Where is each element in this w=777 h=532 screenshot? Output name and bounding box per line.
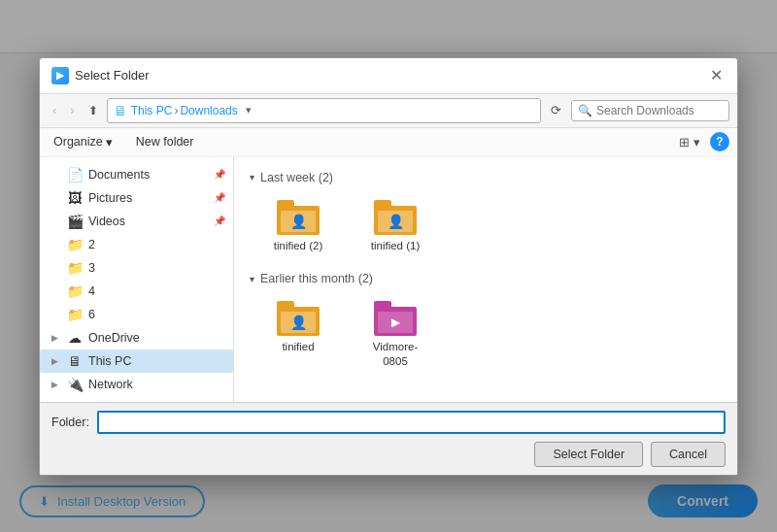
file-label-tinified-1: tinified (1) bbox=[371, 239, 421, 253]
folder-input-row: Folder: bbox=[51, 411, 726, 434]
file-item-vidmore[interactable]: ▶ Vidmore-0805 bbox=[356, 295, 434, 375]
folder-icon-vidmore: ▶ bbox=[374, 301, 417, 336]
up-button[interactable]: ⬆ bbox=[84, 101, 103, 120]
address-dropdown-button[interactable]: ▾ bbox=[242, 102, 255, 118]
folder-icon-small: 🖥 bbox=[114, 103, 127, 118]
organize-button[interactable]: Organize ▾ bbox=[48, 132, 118, 152]
folder-2-icon: 📁 bbox=[67, 237, 83, 252]
sidebar-label-6: 6 bbox=[88, 308, 95, 321]
section-arrow-last-week: ▾ bbox=[250, 172, 254, 183]
dialog-nav-toolbar: ‹ › ⬆ 🖥 This PC › Downloads ▾ ⟳ 🔍 bbox=[40, 94, 737, 128]
search-box[interactable]: 🔍 bbox=[571, 100, 729, 121]
file-grid-last-week: 👤 tinified (2) 👤 bbox=[250, 194, 722, 259]
section-last-week: ▾ Last week (2) bbox=[250, 171, 722, 184]
path-separator: › bbox=[174, 104, 178, 117]
file-label-vidmore: Vidmore-0805 bbox=[364, 340, 426, 369]
sidebar-item-folder-6[interactable]: 📁 6 bbox=[40, 303, 233, 326]
file-label-tinified-2: tinified (2) bbox=[274, 239, 323, 253]
sidebar-item-network[interactable]: ▶ 🔌 Network bbox=[40, 373, 233, 396]
file-item-tinified-plain[interactable]: 👤 tinified bbox=[259, 295, 337, 375]
organize-arrow-icon: ▾ bbox=[106, 135, 113, 150]
modal-overlay: ▶ Select Folder ✕ ‹ › ⬆ 🖥 This PC › Down… bbox=[0, 0, 777, 532]
forward-button[interactable]: › bbox=[65, 100, 79, 120]
dialog-app-icon: ▶ bbox=[51, 67, 69, 84]
dialog-close-button[interactable]: ✕ bbox=[706, 66, 726, 85]
pin-icon-pictures: 📌 bbox=[214, 192, 225, 203]
folder-icon-tinified-1: 👤 bbox=[374, 200, 417, 235]
sidebar-label-onedrive: OneDrive bbox=[88, 331, 140, 345]
folder-person-icon-3: 👤 bbox=[290, 315, 307, 330]
footer-buttons: Select Folder Cancel bbox=[51, 442, 726, 467]
sidebar-item-onedrive[interactable]: ▶ ☁ OneDrive bbox=[40, 326, 233, 349]
view-toggle-button[interactable]: ⊞ ▾ bbox=[675, 133, 704, 151]
sidebar-item-pictures[interactable]: 🖼 Pictures 📌 bbox=[40, 186, 233, 210]
dialog-title-bar: ▶ Select Folder ✕ bbox=[40, 58, 737, 94]
videos-icon: 🎬 bbox=[67, 214, 83, 229]
file-item-tinified-2[interactable]: 👤 tinified (2) bbox=[259, 194, 337, 259]
section-arrow-earlier-month: ▾ bbox=[250, 274, 254, 284]
folder-6-icon: 📁 bbox=[67, 307, 83, 322]
sidebar-label-videos: Videos bbox=[88, 215, 125, 228]
downloads-crumb: Downloads bbox=[180, 104, 237, 117]
dialog-body: 📄 Documents 📌 🖼 Pictures 📌 🎬 Videos 📌 📁 bbox=[40, 157, 737, 402]
view-options: ⊞ ▾ ? bbox=[675, 132, 729, 151]
file-item-tinified-1[interactable]: 👤 tinified (1) bbox=[356, 194, 434, 259]
sidebar-label-network: Network bbox=[88, 378, 133, 391]
app-logo-icon: ▶ bbox=[56, 69, 64, 82]
select-folder-dialog: ▶ Select Folder ✕ ‹ › ⬆ 🖥 This PC › Down… bbox=[39, 57, 738, 476]
documents-icon: 📄 bbox=[67, 167, 83, 183]
file-grid-earlier-month: 👤 tinified ▶ bbox=[250, 295, 722, 375]
folder-icon-tinified-plain: 👤 bbox=[277, 301, 320, 336]
back-button[interactable]: ‹ bbox=[48, 100, 61, 120]
onedrive-expand-icon: ▶ bbox=[51, 333, 61, 343]
file-label-tinified-plain: tinified bbox=[282, 340, 314, 354]
sidebar-label-4: 4 bbox=[88, 284, 95, 298]
pin-icon-videos: 📌 bbox=[214, 216, 225, 226]
organize-label: Organize bbox=[53, 135, 103, 149]
up-arrow-icon: ⬆ bbox=[88, 104, 98, 117]
thispc-expand-icon: ▶ bbox=[51, 356, 61, 366]
pictures-icon: 🖼 bbox=[67, 190, 83, 206]
search-icon: 🔍 bbox=[578, 104, 592, 117]
sidebar-item-this-pc[interactable]: ▶ 🖥 This PC bbox=[40, 349, 233, 373]
sidebar-item-folder-4[interactable]: 📁 4 bbox=[40, 280, 233, 303]
sidebar-item-folder-2[interactable]: 📁 2 bbox=[40, 233, 233, 256]
network-expand-icon: ▶ bbox=[51, 380, 61, 389]
dialog-title-left: ▶ Select Folder bbox=[51, 67, 150, 84]
network-icon: 🔌 bbox=[67, 377, 83, 392]
search-input[interactable] bbox=[596, 104, 723, 117]
address-bar[interactable]: 🖥 This PC › Downloads ▾ bbox=[107, 98, 541, 123]
section-earlier-month: ▾ Earlier this month (2) bbox=[250, 272, 722, 285]
sidebar-label-2: 2 bbox=[88, 238, 95, 251]
folder-icon-tinified-2: 👤 bbox=[277, 200, 320, 235]
sidebar: 📄 Documents 📌 🖼 Pictures 📌 🎬 Videos 📌 📁 bbox=[40, 157, 234, 402]
new-folder-button[interactable]: New folder bbox=[128, 132, 202, 151]
folder-4-icon: 📁 bbox=[67, 283, 83, 299]
folder-input[interactable] bbox=[97, 411, 726, 434]
dialog-title: Select Folder bbox=[75, 68, 150, 83]
pin-icon-documents: 📌 bbox=[214, 169, 225, 180]
folder-field-label: Folder: bbox=[51, 416, 89, 429]
folder-person-icon-2: 👤 bbox=[388, 214, 404, 229]
select-folder-button[interactable]: Select Folder bbox=[534, 442, 643, 467]
sidebar-item-documents[interactable]: 📄 Documents 📌 bbox=[40, 163, 233, 186]
content-toolbar: Organize ▾ New folder ⊞ ▾ ? bbox=[40, 128, 737, 157]
refresh-button[interactable]: ⟳ bbox=[545, 100, 567, 120]
sidebar-item-folder-3[interactable]: 📁 3 bbox=[40, 256, 233, 280]
sidebar-item-videos[interactable]: 🎬 Videos 📌 bbox=[40, 210, 233, 233]
this-pc-icon: 🖥 bbox=[67, 353, 83, 369]
address-path: This PC › Downloads bbox=[131, 104, 238, 117]
section-title-earlier-month: Earlier this month (2) bbox=[260, 272, 373, 285]
help-button[interactable]: ? bbox=[710, 132, 729, 151]
sidebar-label-documents: Documents bbox=[88, 168, 150, 182]
cancel-button[interactable]: Cancel bbox=[651, 442, 726, 467]
this-pc-crumb: This PC bbox=[131, 104, 173, 117]
dialog-footer: Folder: Select Folder Cancel bbox=[40, 402, 737, 475]
sidebar-label-pictures: Pictures bbox=[88, 191, 132, 205]
section-title-last-week: Last week (2) bbox=[260, 171, 333, 184]
content-area: ▾ Last week (2) 👤 tinifie bbox=[234, 157, 737, 402]
sidebar-label-this-pc: This PC bbox=[88, 354, 131, 368]
sidebar-label-3: 3 bbox=[88, 261, 95, 275]
vidmore-folder-content: ▶ bbox=[391, 316, 400, 329]
folder-person-icon: 👤 bbox=[290, 214, 307, 229]
